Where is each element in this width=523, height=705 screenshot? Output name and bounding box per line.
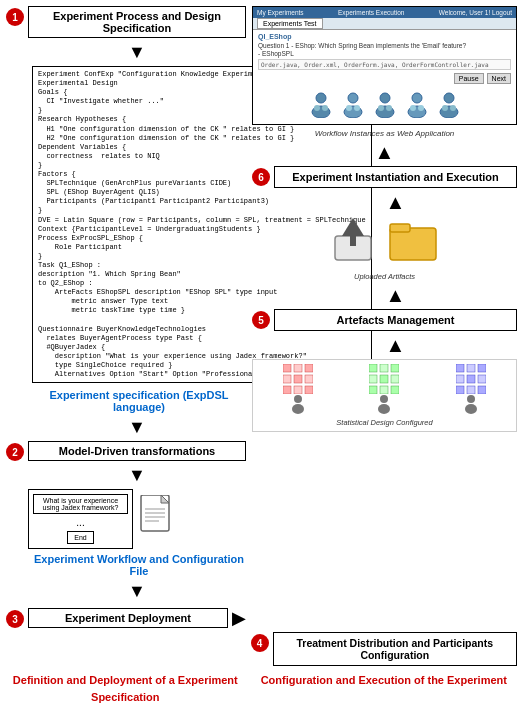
svg-point-8 xyxy=(314,105,320,111)
workflow-end: End xyxy=(67,531,93,544)
webapp-screenshot: My Experiments Experiments Execution Wel… xyxy=(252,6,517,125)
svg-rect-30 xyxy=(390,224,410,232)
svg-point-25 xyxy=(450,105,456,111)
svg-point-51 xyxy=(380,395,388,403)
step2-content: What is your experience using Jadex fram… xyxy=(6,489,246,549)
workflow-dots: ... xyxy=(33,517,128,528)
left-column: 1 Experiment Process and Design Specific… xyxy=(6,6,246,629)
webapp-content: QI_EShop Question 1 - EShop: Which Sprin… xyxy=(253,30,516,124)
step1-code-box: Experiment ConfExp "Configuration Knowle… xyxy=(6,66,246,383)
avatar-4 xyxy=(406,90,428,118)
step4-box: 4 Treatment Distribution and Participant… xyxy=(251,632,517,666)
avatar-5 xyxy=(438,90,460,118)
webapp-nav-mid: Experiments Execution xyxy=(338,9,404,16)
arrow-up-5: ▲ xyxy=(252,192,517,212)
config-file-icon xyxy=(139,489,177,549)
svg-rect-35 xyxy=(294,375,302,383)
svg-point-24 xyxy=(442,105,448,111)
svg-point-52 xyxy=(378,404,390,414)
svg-rect-47 xyxy=(391,375,399,383)
arrow-down-2: ▼ xyxy=(6,418,246,436)
svg-rect-45 xyxy=(369,375,377,383)
step2-number: 2 xyxy=(6,443,24,461)
step5-box: 5 Artefacts Management xyxy=(252,309,517,331)
bottom-titles: Definition and Deployment of a Experimen… xyxy=(6,672,517,705)
svg-point-63 xyxy=(465,404,477,414)
webapp-buttons: Pause Next xyxy=(258,73,511,84)
step2-label: Experiment Workflow and Configuration Fi… xyxy=(32,553,246,577)
svg-rect-53 xyxy=(456,364,464,372)
svg-rect-55 xyxy=(478,364,486,372)
svg-rect-32 xyxy=(294,364,302,372)
webapp-avatars xyxy=(258,87,511,121)
top-section: 1 Experiment Process and Design Specific… xyxy=(6,6,517,629)
svg-rect-49 xyxy=(380,386,388,394)
webapp-tab: Experiments Test xyxy=(257,18,323,29)
svg-rect-28 xyxy=(350,228,356,246)
svg-rect-46 xyxy=(380,375,388,383)
stat-cell-2 xyxy=(343,364,425,414)
step3-title-box: Experiment Deployment xyxy=(28,608,228,628)
workflow-question: What is your experience using Jadex fram… xyxy=(33,494,128,514)
next-button[interactable]: Next xyxy=(487,73,511,84)
step1-label-box: Experiment specification (ExpDSL languag… xyxy=(6,387,246,413)
step2-box: 2 Model-Driven transformations xyxy=(6,441,246,461)
webapp-answer: - EShopSPL xyxy=(258,50,511,57)
pause-button[interactable]: Pause xyxy=(454,73,484,84)
stat-design-box: Statistical Design Configured xyxy=(252,359,517,432)
svg-point-17 xyxy=(386,105,392,111)
svg-point-10 xyxy=(348,93,358,103)
svg-point-16 xyxy=(378,105,384,111)
arrow-up-stat: ▲ xyxy=(252,335,517,355)
svg-rect-39 xyxy=(305,386,313,394)
svg-rect-58 xyxy=(478,375,486,383)
svg-rect-43 xyxy=(380,364,388,372)
svg-point-13 xyxy=(354,105,360,111)
step1-title-box: Experiment Process and Design Specificat… xyxy=(28,6,246,38)
main-container: 1 Experiment Process and Design Specific… xyxy=(0,0,523,705)
avatar-3 xyxy=(374,90,396,118)
bottom-right-title: Configuration and Execution of the Exper… xyxy=(251,672,517,689)
svg-point-22 xyxy=(444,93,454,103)
svg-point-21 xyxy=(418,105,424,111)
arrow-right-3: ▶ xyxy=(232,607,246,629)
step2-label-box: Experiment Workflow and Configuration Fi… xyxy=(6,553,246,577)
arrow-down-1: ▼ xyxy=(6,43,246,61)
step6-number: 6 xyxy=(252,168,270,186)
webapp-nav-right: Welcome, User 1! Logout xyxy=(439,9,512,16)
svg-rect-36 xyxy=(305,375,313,383)
artifacts-label: Uploaded Artifacts xyxy=(252,272,517,281)
step1-box: 1 Experiment Process and Design Specific… xyxy=(6,6,246,38)
svg-rect-48 xyxy=(369,386,377,394)
stat-design-label: Statistical Design Configured xyxy=(257,418,512,427)
left-spacer xyxy=(6,632,245,666)
step4-content: Treatment Distribution and Participants … xyxy=(273,632,517,666)
svg-rect-54 xyxy=(467,364,475,372)
svg-point-40 xyxy=(294,395,302,403)
webapp-question: Question 1 - EShop: Which Spring Bean im… xyxy=(258,42,511,49)
svg-point-14 xyxy=(380,93,390,103)
stat-grid xyxy=(257,364,512,414)
step3-number: 3 xyxy=(6,610,24,628)
avatar-2 xyxy=(342,90,364,118)
svg-point-12 xyxy=(346,105,352,111)
step3-title: Experiment Deployment xyxy=(34,612,222,624)
webapp-tab-bar: Experiments Test xyxy=(253,18,516,30)
svg-rect-33 xyxy=(305,364,313,372)
svg-rect-50 xyxy=(391,386,399,394)
arrow-down-4: ▼ xyxy=(6,582,246,600)
svg-rect-60 xyxy=(467,386,475,394)
step1-title: Experiment Process and Design Specificat… xyxy=(34,10,240,34)
webapp-exp-id: QI_EShop xyxy=(258,33,511,40)
webapp-code: Order.java, Order.xml, OrderForm.java, O… xyxy=(258,59,511,70)
folder-icon xyxy=(388,218,438,266)
stat-cell-1 xyxy=(257,364,339,414)
arrow-up-6: ▲ xyxy=(252,142,517,162)
webapp-navbar: My Experiments Experiments Execution Wel… xyxy=(253,7,516,18)
step2-title: Model-Driven transformations xyxy=(34,445,240,457)
bottom-step4-row: 4 Treatment Distribution and Participant… xyxy=(6,632,517,666)
step6-content: Experiment Instantiation and Execution xyxy=(274,166,517,188)
svg-point-9 xyxy=(322,105,328,111)
step6-title: Experiment Instantiation and Execution xyxy=(280,171,511,183)
svg-point-18 xyxy=(412,93,422,103)
